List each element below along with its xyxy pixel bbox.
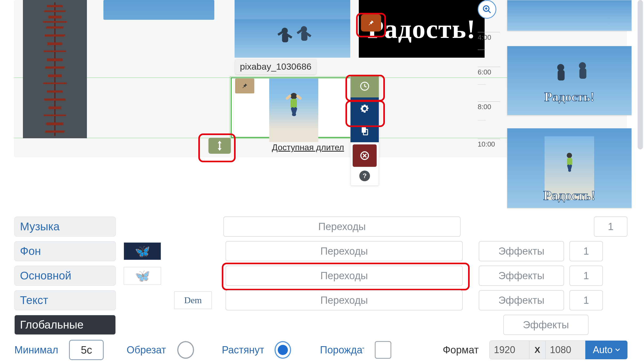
svg-rect-2 <box>44 10 66 12</box>
layer-button-background[interactable]: Фон <box>14 241 116 261</box>
effects-button[interactable]: Эффекты <box>479 266 564 286</box>
svg-rect-57 <box>579 68 586 79</box>
pin-icon <box>241 82 248 90</box>
pin-button-small[interactable] <box>235 78 254 93</box>
svg-rect-6 <box>45 34 65 37</box>
layer-button-main[interactable]: Основной <box>14 266 116 286</box>
format-auto-button[interactable]: Auto <box>585 341 627 359</box>
count-box[interactable]: 1 <box>594 216 627 237</box>
svg-rect-10 <box>45 66 65 69</box>
waveform-icon <box>34 2 76 136</box>
svg-rect-3 <box>48 16 62 18</box>
auto-button-label: Auto <box>593 344 613 356</box>
spawn-checkbox[interactable] <box>375 341 391 359</box>
layer-button-text[interactable]: Текст <box>14 290 116 310</box>
format-height-input[interactable] <box>545 341 585 359</box>
svg-rect-15 <box>49 106 61 109</box>
svg-rect-16 <box>44 115 66 116</box>
layer-button-music[interactable]: Музыка <box>14 217 116 236</box>
layer-row-main: Основной 🦋 Переходы Эффекты 1 <box>14 265 627 287</box>
svg-point-56 <box>579 62 586 69</box>
preview-thumb-1[interactable] <box>507 0 632 31</box>
svg-rect-4 <box>43 21 67 23</box>
count-box[interactable]: 1 <box>569 241 603 261</box>
count-box[interactable]: 1 <box>569 266 603 286</box>
svg-rect-11 <box>48 74 62 77</box>
spawn-label: Порождать <box>320 344 364 356</box>
svg-rect-14 <box>44 98 66 101</box>
effects-button[interactable]: Эффекты <box>503 315 589 335</box>
gear-icon <box>359 103 370 114</box>
transitions-button[interactable]: Переходы <box>226 241 463 261</box>
layer-thumb-chip-butterfly-light[interactable]: 🦋 <box>124 267 161 285</box>
settings-button[interactable] <box>351 97 379 120</box>
layer-row-global: Глобальные Эффекты <box>14 314 627 336</box>
layer-row-music: Музыка Переходы 1 <box>14 216 627 238</box>
layer-button-global[interactable]: Глобальные <box>14 315 116 335</box>
preview-thumb-3[interactable]: Радость! <box>507 128 632 208</box>
svg-rect-49 <box>219 143 220 148</box>
transitions-button[interactable]: Переходы <box>226 266 463 286</box>
reorder-handle[interactable] <box>208 138 231 154</box>
butterfly-icon: 🦋 <box>135 269 150 283</box>
preview-thumb-2[interactable]: Радость! <box>507 46 632 115</box>
transitions-button[interactable]: Переходы <box>226 290 463 310</box>
ruler-minor-tick <box>478 84 486 85</box>
audio-waveform-track[interactable] <box>23 0 87 138</box>
stretch-radio[interactable] <box>275 341 291 359</box>
preview-overlay-text: Радость! <box>543 188 595 203</box>
svg-rect-9 <box>47 58 63 61</box>
svg-rect-32 <box>282 33 288 42</box>
svg-rect-5 <box>46 26 63 29</box>
clip-thumbnail-jumper <box>269 78 318 142</box>
help-button[interactable]: ? <box>359 171 370 181</box>
jumping-couple-icon <box>526 52 613 100</box>
svg-line-51 <box>488 11 491 13</box>
effects-button[interactable]: Эффекты <box>479 241 564 261</box>
layer-row-background: Фон 🦋 Переходы Эффекты 1 <box>14 240 627 262</box>
svg-rect-17 <box>46 123 63 125</box>
format-row: Минималь Обрезать Растянуть Порождать Фо… <box>14 341 627 359</box>
ruler-minor-tick <box>478 120 486 120</box>
ruler-tick: 6:00 <box>478 67 500 76</box>
duration-button[interactable] <box>351 75 379 97</box>
min-duration-input[interactable] <box>69 340 104 360</box>
svg-point-39 <box>291 93 297 99</box>
svg-rect-13 <box>47 90 63 93</box>
scrollbar[interactable] <box>638 0 643 149</box>
transitions-button[interactable]: Переходы <box>223 216 461 237</box>
count-box[interactable]: 1 <box>569 290 603 310</box>
available-duration-label[interactable]: Доступная длител <box>272 143 352 152</box>
layer-settings-panel: Музыка Переходы 1 Фон 🦋 Переходы Эффекты… <box>14 216 627 338</box>
layer-row-text: Текст Dem Переходы Эффекты 1 <box>14 289 627 311</box>
format-width-input[interactable] <box>489 341 529 359</box>
ruler-minor-tick <box>478 50 486 50</box>
svg-rect-59 <box>567 158 572 165</box>
up-down-arrow-icon <box>216 141 223 151</box>
radio-dot-icon <box>278 345 288 355</box>
close-circle-icon <box>360 151 370 161</box>
svg-rect-8 <box>44 50 66 52</box>
copy-button[interactable] <box>351 120 379 142</box>
timeline-clip[interactable] <box>103 0 214 20</box>
svg-point-54 <box>557 64 564 71</box>
format-x-separator: X <box>529 341 545 359</box>
svg-rect-36 <box>301 31 307 41</box>
timeline-clip-couple[interactable] <box>235 19 350 58</box>
ruler-tick: 8:00 <box>478 101 500 111</box>
layer-thumb-chip-butterfly[interactable]: 🦋 <box>124 242 161 260</box>
svg-rect-7 <box>47 42 62 45</box>
ruler-tick: 4:00 <box>478 32 500 42</box>
crop-radio[interactable] <box>177 341 194 359</box>
pin-button-orange[interactable] <box>361 14 381 31</box>
jumping-person-icon <box>280 90 307 130</box>
effects-button[interactable]: Эффекты <box>479 290 564 310</box>
layer-thumb-chip-demo[interactable]: Dem <box>174 291 212 309</box>
svg-rect-18 <box>45 131 65 133</box>
svg-point-58 <box>567 153 572 158</box>
min-duration-label: Минималь <box>14 344 58 356</box>
svg-rect-1 <box>47 5 63 7</box>
clock-icon <box>359 81 370 92</box>
delete-button[interactable] <box>353 144 377 167</box>
zoom-in-button[interactable] <box>478 0 496 19</box>
